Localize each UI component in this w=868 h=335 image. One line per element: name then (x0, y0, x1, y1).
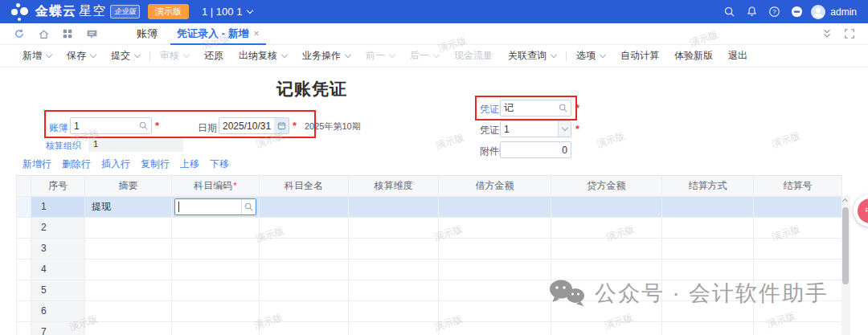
col-header-account-code: 科目编码* (172, 176, 260, 197)
col-header-seq: 序号 (31, 176, 85, 197)
demo-badge: 演示版 (148, 4, 189, 19)
toolbar-button-new[interactable]: 新增 (23, 49, 51, 63)
tabbar: 账簿 凭证录入 - 新增 × (0, 23, 868, 45)
toolbar-button-audit: 审核 (160, 49, 189, 63)
table-row[interactable]: 5 (17, 280, 842, 301)
attachment-count-input[interactable]: 0 (500, 141, 571, 158)
cell-summary[interactable]: 提现 (85, 197, 172, 218)
status-dnd-icon[interactable] (785, 6, 808, 18)
chevron-down-icon (46, 51, 52, 58)
table-row[interactable]: 2 (17, 218, 842, 239)
chevron-down-icon (600, 51, 606, 58)
account-book-input[interactable]: 1 (70, 117, 152, 134)
toolbar-button-related-query[interactable]: 关联查询 (508, 49, 556, 63)
brand-secondary: 星空 (79, 3, 106, 20)
chevron-down-icon (433, 51, 440, 58)
user-menu[interactable]: admin (811, 5, 857, 19)
table-row[interactable]: 4 (17, 259, 842, 280)
account-code-input[interactable] (174, 198, 256, 215)
notification-bell-icon[interactable] (740, 6, 763, 18)
chevron-down-icon (561, 125, 567, 131)
chevron-down-icon (389, 51, 395, 58)
grid-action-delete-row[interactable]: 删除行 (62, 157, 91, 171)
grid-action-insert-row[interactable]: 插入行 (101, 157, 130, 171)
floating-input-widget[interactable]: 中 (854, 194, 868, 227)
collapse-double-chevron-icon[interactable] (821, 28, 833, 39)
chevron-down-icon (281, 51, 288, 58)
close-icon[interactable]: × (254, 23, 260, 44)
lookup-search-icon[interactable] (139, 121, 148, 130)
kingdee-logo-icon (11, 2, 31, 22)
toolbar-button-exit[interactable]: 退出 (728, 49, 747, 63)
toolbar-button-options[interactable]: 选项 (576, 49, 605, 63)
required-marker: * (155, 120, 159, 132)
cell-account-code[interactable] (172, 197, 260, 218)
tab-list: 账簿 凭证录入 - 新增 × (127, 23, 269, 45)
grid-action-move-down[interactable]: 下移 (210, 157, 229, 171)
grid-action-copy-row[interactable]: 复制行 (141, 157, 170, 171)
toolbar-button-submit[interactable]: 提交 (111, 49, 140, 63)
tab-voucher-entry-new[interactable]: 凭证录入 - 新增 × (167, 23, 269, 45)
account-book-label[interactable]: 账簿 (49, 121, 68, 135)
refresh-icon[interactable] (13, 27, 26, 40)
toolbar-button-save[interactable]: 保存 (67, 49, 96, 63)
table-row[interactable]: 3 (17, 239, 842, 259)
search-icon[interactable] (718, 6, 740, 18)
lookup-search-icon[interactable] (559, 104, 567, 112)
voucher-no-input[interactable]: 1 (500, 121, 571, 137)
voucher-word-input[interactable]: 记 (500, 100, 571, 116)
required-marker: * (575, 123, 579, 135)
col-header-settle-method: 结算方式 (662, 176, 754, 197)
col-header-settle-no: 结算号 (754, 176, 842, 197)
grid-action-add-row[interactable]: 新增行 (23, 157, 51, 171)
required-marker: * (233, 181, 236, 190)
chevron-down-icon (345, 51, 351, 58)
chevron-down-icon (90, 51, 96, 58)
toolbar-button-auto-calc[interactable]: 自动计算 (620, 49, 659, 63)
table-scrollbar[interactable] (841, 196, 850, 335)
topbar: 金蝶云 星空 企业版 演示版 1 | 100 1 ? admin (0, 0, 868, 23)
toolbar-button-try-new-version[interactable]: 体验新版 (674, 49, 713, 63)
org-value-readonly: 1 (88, 138, 183, 152)
cell-seq: 7 (31, 322, 85, 335)
date-input[interactable]: 2025/10/31 (219, 117, 289, 134)
voucher-entry-table: 序号 摘要 科目编码* 科目全名 核算维度 借方金额 贷方金额 结算方式 结算号… (16, 175, 842, 335)
text-cursor (178, 202, 179, 212)
toolbar-button-previous: 前一 (366, 49, 395, 63)
toolbar-button-cashier-review[interactable]: 出纳复核 (239, 49, 287, 63)
table-row[interactable]: 1 提现 (17, 197, 842, 218)
required-marker: * (293, 120, 297, 132)
cell-seq: 3 (31, 239, 85, 259)
col-header-credit: 贷方金额 (551, 176, 662, 197)
cell-seq: 5 (31, 280, 85, 301)
chevron-down-icon (247, 7, 253, 14)
dropdown-toggle[interactable] (558, 121, 571, 137)
help-icon[interactable]: ? (763, 6, 785, 18)
calendar-icon[interactable] (274, 118, 289, 133)
svg-text:?: ? (772, 8, 776, 15)
org-selector[interactable]: 1 | 100 1 (202, 6, 252, 18)
table-row[interactable]: 6 (17, 301, 842, 322)
table-header-row: 序号 摘要 科目编码* 科目全名 核算维度 借方金额 贷方金额 结算方式 结算号 (17, 176, 842, 197)
scrollbar-thumb[interactable] (842, 207, 849, 284)
toolbar-separator (149, 51, 150, 61)
org-selector-value: 1 | 100 1 (202, 6, 242, 18)
toolbar-button-business-operation[interactable]: 业务操作 (302, 49, 350, 63)
tab-label: 凭证录入 - 新增 (177, 23, 249, 44)
toolbar-button-restore[interactable]: 还原 (204, 49, 223, 63)
tab-account-book[interactable]: 账簿 (127, 23, 167, 45)
home-icon[interactable] (37, 27, 50, 40)
scroll-up-icon[interactable] (842, 198, 848, 204)
toolbar: 新增 保存 提交 审核 还原 出纳复核 业务操作 前一 后一 现金流量 关联查询… (0, 45, 868, 67)
cell-seq: 6 (31, 301, 85, 322)
table-row[interactable]: 7 (17, 322, 842, 335)
message-icon[interactable] (85, 27, 98, 40)
cell-seq: 1 (31, 197, 85, 218)
chevron-down-icon (551, 51, 557, 58)
org-label[interactable]: 核算组织 (46, 140, 81, 152)
grid-action-move-up[interactable]: 上移 (180, 157, 199, 171)
lookup-search-icon[interactable] (241, 199, 256, 214)
col-header-account-name: 科目全名 (260, 176, 349, 197)
fullscreen-icon[interactable] (844, 28, 855, 39)
apps-grid-icon[interactable] (61, 27, 74, 40)
